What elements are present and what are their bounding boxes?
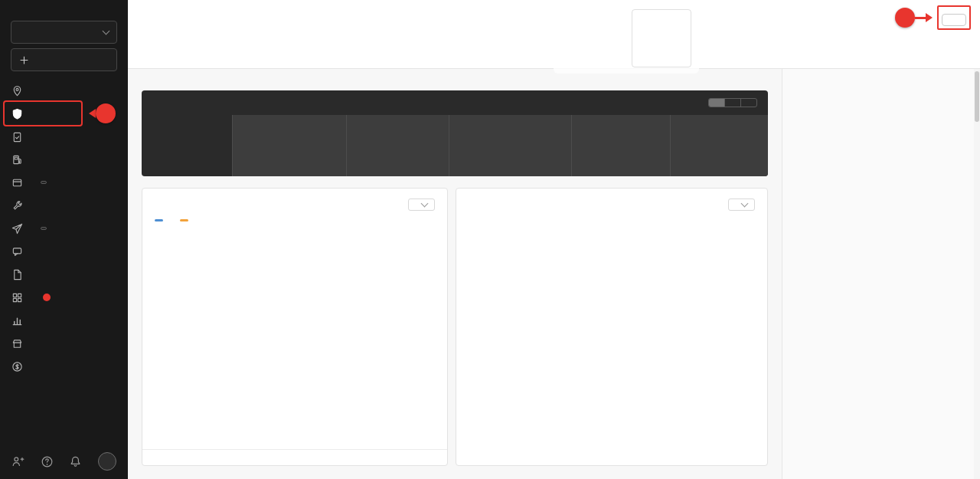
sidebar	[0, 0, 128, 479]
chevron-down-icon	[421, 200, 429, 208]
help-icon[interactable]	[41, 455, 54, 468]
drive-score-panel	[142, 90, 232, 176]
sidebar-item-marketplace[interactable]	[0, 332, 128, 355]
metric-collisions	[670, 115, 768, 176]
dashboard-grid-icon	[11, 292, 23, 303]
map-pin-icon	[11, 85, 23, 97]
sidebar-nav	[0, 79, 128, 378]
add-user-icon[interactable]	[11, 455, 24, 468]
scrollbar-track	[974, 69, 980, 479]
annotation-step1	[89, 103, 116, 123]
dollar-circle-icon	[11, 361, 23, 372]
trends-footnote	[142, 449, 447, 465]
clipboard-check-icon	[11, 131, 23, 143]
sidebar-item-fuel[interactable]	[0, 148, 128, 171]
annotation-step1-circle	[96, 103, 116, 123]
toggle-last-week[interactable]	[709, 99, 724, 107]
risky-behaviors-card	[456, 188, 768, 466]
drive-score-chart	[142, 221, 447, 449]
sidebar-item-compliance[interactable]	[0, 125, 128, 148]
main-area	[128, 0, 980, 479]
toggle-last-4-weeks[interactable]	[724, 99, 740, 107]
safety-trends-card	[142, 188, 448, 466]
bar-chart-icon	[11, 315, 23, 326]
motive-logo	[0, 0, 128, 16]
safety-tabs	[128, 35, 980, 69]
notification-dot	[43, 294, 51, 301]
shield-icon	[11, 108, 23, 120]
new-badge	[41, 227, 47, 230]
behaviors-table-header	[456, 218, 767, 226]
store-icon	[11, 338, 23, 349]
request-video-button[interactable]	[942, 14, 966, 26]
annotation-step2	[895, 8, 933, 28]
page-header	[128, 0, 980, 35]
avatar[interactable]	[98, 452, 116, 471]
bell-icon[interactable]	[69, 455, 82, 468]
metric-events	[449, 115, 571, 176]
sidebar-item-documents[interactable]	[0, 263, 128, 286]
behaviors-sort-dropdown[interactable]	[728, 198, 755, 211]
date-range-toggle	[708, 98, 757, 107]
content-area	[128, 69, 782, 479]
fuel-pump-icon	[11, 154, 23, 166]
trends-metric-dropdown[interactable]	[408, 198, 435, 211]
toggle-last-12-weeks[interactable]	[740, 99, 756, 107]
sidebar-item-fleet-view[interactable]	[0, 79, 128, 102]
scrollbar-thumb[interactable]	[975, 71, 979, 122]
summary-metrics	[232, 115, 768, 176]
sidebar-item-maintenance[interactable]	[0, 194, 128, 217]
wrench-icon	[11, 200, 23, 212]
arrow-right-icon	[926, 13, 933, 22]
sidebar-item-dispatch[interactable]	[0, 217, 128, 240]
chevron-down-icon	[741, 200, 749, 208]
sidebar-footer	[0, 444, 128, 479]
summary-title	[243, 97, 248, 108]
send-icon	[11, 223, 23, 235]
sidebar-item-safety[interactable]	[0, 102, 128, 125]
file-icon	[11, 269, 23, 281]
summary-header	[232, 90, 768, 115]
metric-speeding	[571, 115, 669, 176]
sidebar-item-cards[interactable]	[0, 171, 128, 194]
chevron-down-icon	[103, 28, 110, 35]
chat-bubble-icon	[11, 246, 23, 258]
arrow-tail	[915, 17, 926, 19]
card-icon	[11, 177, 23, 189]
quick-actions-button[interactable]	[11, 48, 117, 71]
arrow-left-icon	[89, 109, 96, 118]
sidebar-item-earn-money[interactable]	[0, 355, 128, 378]
metric-total-driving	[232, 115, 346, 176]
groups-dropdown[interactable]	[11, 21, 117, 44]
drive-score-summary-card	[142, 90, 768, 176]
right-panel	[782, 69, 980, 479]
plus-icon	[19, 55, 29, 65]
metric-active-drivers	[346, 115, 449, 176]
sidebar-item-messages[interactable]	[0, 240, 128, 263]
sidebar-item-leaderboard[interactable]	[0, 286, 128, 309]
annotation-step2-circle	[895, 8, 915, 28]
sidebar-item-reports[interactable]	[0, 309, 128, 332]
new-badge	[41, 181, 47, 184]
